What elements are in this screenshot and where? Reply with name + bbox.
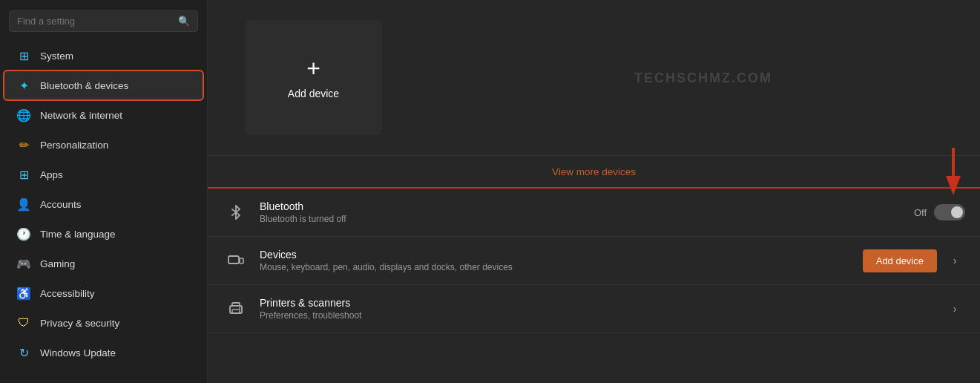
- apps-icon: ⊞: [16, 167, 31, 182]
- system-icon: ⊞: [16, 48, 31, 63]
- add-device-button[interactable]: Add device: [863, 249, 937, 272]
- printers-text: Printers & scanners Preferences, trouble…: [260, 297, 934, 321]
- svg-rect-1: [240, 258, 243, 263]
- sidebar-item-label: Network & internet: [40, 110, 122, 121]
- privacy-icon: 🛡: [16, 315, 31, 330]
- devices-icon: [223, 247, 249, 274]
- bluetooth-state-label: Off: [914, 207, 927, 218]
- bluetooth-nav-icon: ✦: [16, 78, 31, 93]
- printers-row[interactable]: Printers & scanners Preferences, trouble…: [208, 285, 980, 333]
- watermark: TECHSCHMZ.COM: [634, 70, 772, 85]
- plus-icon: +: [306, 56, 320, 80]
- svg-rect-3: [232, 310, 240, 313]
- time-icon: 🕐: [16, 226, 31, 241]
- add-device-card[interactable]: + Add device: [245, 20, 382, 135]
- network-icon: 🌐: [16, 108, 31, 122]
- sidebar-item-system[interactable]: ⊞ System: [4, 42, 203, 70]
- update-icon: ↻: [16, 345, 31, 360]
- sidebar-item-label: Apps: [40, 169, 63, 180]
- printers-icon: [223, 295, 249, 322]
- sidebar-item-label: Gaming: [40, 258, 75, 269]
- bluetooth-toggle[interactable]: [934, 204, 965, 220]
- devices-desc: Mouse, keyboard, pen, audio, displays an…: [260, 262, 852, 272]
- devices-row[interactable]: Devices Mouse, keyboard, pen, audio, dis…: [208, 237, 980, 285]
- view-more-row[interactable]: View more devices: [208, 156, 980, 189]
- search-bar[interactable]: 🔍: [9, 10, 198, 32]
- printers-desc: Preferences, troubleshoot: [260, 310, 934, 321]
- sidebar-item-label: Accessibility: [40, 288, 95, 299]
- sidebar-item-accessibility[interactable]: ♿ Accessibility: [4, 279, 203, 307]
- sidebar-item-label: Personalization: [40, 140, 108, 151]
- arrow-annotation: [946, 148, 961, 195]
- sidebar-item-label: Time & language: [40, 229, 116, 240]
- sidebar-item-label: Accounts: [40, 199, 82, 210]
- printers-right: ›: [944, 298, 965, 319]
- sidebar-item-update[interactable]: ↻ Windows Update: [4, 338, 203, 367]
- sidebar-item-network[interactable]: 🌐 Network & internet: [4, 101, 203, 129]
- devices-chevron[interactable]: ›: [944, 250, 965, 271]
- add-device-area: + Add device TECHSCHMZ.COM: [208, 0, 980, 156]
- accessibility-icon: ♿: [16, 286, 31, 301]
- sidebar-item-bluetooth[interactable]: ✦ Bluetooth & devices: [4, 71, 203, 99]
- sidebar: 🔍 ⊞ System ✦ Bluetooth & devices 🌐 Netwo…: [0, 0, 208, 383]
- add-device-card-label: Add device: [288, 88, 339, 99]
- sidebar-item-personalization[interactable]: ✏ Personalization: [4, 131, 203, 159]
- svg-point-4: [239, 307, 240, 309]
- svg-rect-0: [228, 256, 239, 263]
- bluetooth-row[interactable]: Bluetooth Bluetooth is turned off Off: [208, 189, 980, 237]
- printers-title: Printers & scanners: [260, 297, 934, 309]
- sidebar-item-apps[interactable]: ⊞ Apps: [4, 160, 203, 189]
- accounts-icon: 👤: [16, 197, 31, 212]
- bluetooth-right: Off: [914, 204, 965, 220]
- search-icon: 🔍: [178, 16, 190, 27]
- sidebar-item-time[interactable]: 🕐 Time & language: [4, 220, 203, 248]
- bluetooth-desc: Bluetooth is turned off: [260, 214, 904, 224]
- main-content: + Add device TECHSCHMZ.COM View more dev…: [208, 0, 980, 383]
- bluetooth-title: Bluetooth: [260, 200, 904, 212]
- printers-chevron[interactable]: ›: [944, 298, 965, 319]
- sidebar-item-privacy[interactable]: 🛡 Privacy & security: [4, 309, 203, 337]
- sidebar-item-label: Bluetooth & devices: [40, 80, 128, 91]
- search-input[interactable]: [17, 16, 172, 27]
- sidebar-item-label: Windows Update: [40, 347, 116, 359]
- devices-text: Devices Mouse, keyboard, pen, audio, dis…: [260, 249, 852, 272]
- devices-title: Devices: [260, 249, 852, 261]
- sidebar-item-gaming[interactable]: 🎮 Gaming: [4, 249, 203, 278]
- devices-right: Add device ›: [863, 249, 965, 272]
- bluetooth-icon: [223, 199, 249, 226]
- sidebar-item-label: Privacy & security: [40, 318, 119, 329]
- personalization-icon: ✏: [16, 137, 31, 152]
- gaming-icon: 🎮: [16, 256, 31, 271]
- sidebar-item-accounts[interactable]: 👤 Accounts: [4, 190, 203, 218]
- sidebar-item-label: System: [40, 50, 73, 62]
- view-more-label: View more devices: [552, 166, 636, 177]
- bluetooth-text: Bluetooth Bluetooth is turned off: [260, 200, 904, 224]
